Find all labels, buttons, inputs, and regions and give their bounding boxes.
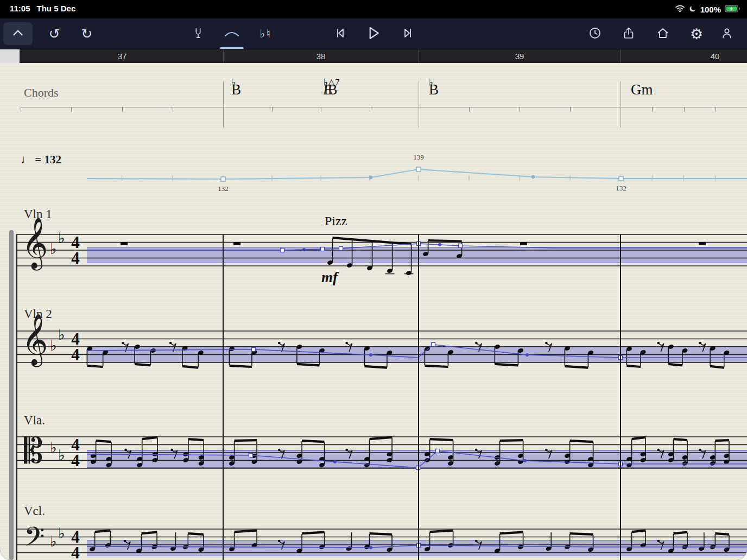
beat-ticks — [122, 175, 716, 181]
ruler-tick — [21, 49, 21, 63]
redo-button[interactable]: ↻ — [75, 22, 99, 46]
battery-percent: 100% — [700, 5, 721, 14]
dynamics-handle[interactable] — [369, 546, 372, 549]
skip-forward-button[interactable] — [396, 22, 420, 46]
status-left: 11:05 Thu 5 Dec — [10, 4, 75, 13]
chord-beat-tick — [272, 107, 273, 112]
dynamic-text[interactable]: mf — [321, 269, 338, 286]
dynamics-handle[interactable] — [459, 244, 463, 248]
measure-number[interactable]: 37 — [106, 52, 138, 61]
score-editor-app: 11:05 Thu 5 Dec 100% ↺ ↻ — [0, 0, 747, 560]
skip-forward-icon — [401, 27, 414, 41]
chord-beat-tick — [21, 107, 21, 112]
tempo-handle[interactable] — [619, 176, 623, 181]
staff-label[interactable]: Vln 1 — [24, 207, 52, 221]
dynamics-handle[interactable] — [249, 454, 253, 457]
measure-ruler[interactable]: 37383940 — [0, 49, 747, 63]
staff-label[interactable]: Vcl. — [24, 504, 45, 518]
measure-number[interactable]: 40 — [699, 52, 731, 61]
tuning-fork-tool-button[interactable] — [186, 22, 210, 46]
undo-button[interactable]: ↺ — [42, 22, 66, 46]
skip-back-button[interactable] — [328, 22, 352, 46]
undo-icon: ↺ — [49, 27, 60, 41]
tempo-handle[interactable] — [221, 177, 225, 181]
person-icon — [720, 27, 733, 41]
chord-beat-tick — [122, 107, 123, 112]
tempo-automation-lane[interactable] — [0, 144, 747, 209]
technique-text[interactable]: Pizz — [325, 214, 347, 228]
status-time: 11:05 — [10, 4, 30, 13]
chord-beat-tick — [716, 107, 716, 112]
chord-measure-line — [621, 81, 621, 128]
settings-button[interactable]: ⚙ — [685, 22, 708, 46]
status-bar: 11:05 Thu 5 Dec 100% — [0, 0, 747, 18]
tempo-handle[interactable] — [369, 176, 372, 179]
dynamics-handle[interactable] — [438, 243, 441, 246]
dynamics-handle[interactable] — [432, 343, 435, 347]
measure-number[interactable]: 39 — [503, 52, 536, 61]
ruler-corner — [0, 49, 20, 63]
chord-beat-tick — [469, 107, 470, 112]
share-icon — [622, 27, 635, 41]
wifi-icon — [675, 4, 685, 14]
measure-number[interactable]: 38 — [305, 52, 337, 61]
clock-icon — [588, 27, 602, 41]
dynamics-handle[interactable] — [281, 249, 284, 252]
system-bracket — [9, 230, 14, 560]
chord-beat-tick — [321, 107, 321, 112]
tuning-fork-icon — [192, 27, 204, 41]
redo-icon: ↻ — [81, 27, 93, 41]
slur-tool-button[interactable] — [220, 22, 244, 46]
tempo-value-label: 139 — [410, 153, 427, 162]
ruler-tick — [621, 49, 621, 63]
dynamics-handle[interactable] — [436, 449, 440, 453]
home-button[interactable] — [651, 22, 675, 46]
dynamics-curve[interactable] — [0, 233, 747, 276]
barline — [223, 234, 224, 560]
tempo-handle[interactable] — [531, 175, 535, 179]
skip-back-icon — [334, 27, 347, 41]
account-button[interactable] — [715, 22, 739, 46]
chord-symbol-part: Gm — [631, 81, 653, 98]
chord-measure-line — [223, 81, 224, 128]
dynamics-handle[interactable] — [333, 460, 337, 463]
play-button[interactable] — [362, 22, 385, 46]
system-start-line — [16, 234, 17, 560]
chord-beat-tick — [570, 107, 571, 112]
chords-track-label[interactable]: Chords — [24, 86, 59, 100]
dynamics-handle[interactable] — [339, 247, 343, 251]
dynamics-curve[interactable] — [0, 332, 747, 376]
dynamics-handle[interactable] — [252, 348, 256, 352]
staff-label[interactable]: Vln 2 — [24, 307, 52, 321]
flat-natural-icon: ♭♮ — [259, 28, 271, 40]
share-button[interactable] — [617, 22, 641, 46]
tempo-value-label: 132 — [613, 184, 629, 193]
collapse-toolbar-button[interactable] — [3, 22, 33, 45]
ruler-tick — [223, 49, 224, 63]
chord-symbol-part: ♭ — [231, 77, 236, 88]
status-right: 100% — [675, 4, 740, 15]
dynamics-curve[interactable] — [0, 437, 747, 480]
chord-beat-tick — [652, 107, 653, 112]
dynamics-curve[interactable] — [0, 526, 747, 560]
chord-grid-line — [21, 107, 747, 107]
history-button[interactable] — [583, 22, 607, 46]
chord-beat-tick — [71, 107, 72, 112]
accidentals-tool-button[interactable]: ♭♮ — [254, 22, 277, 46]
score-canvas[interactable]: Chords ♩ = 132 B♭E♭△7/B♭B♭Gm132139132𝄞♭♭… — [0, 63, 747, 560]
tempo-value-label: 132 — [215, 184, 231, 193]
dynamics-handle[interactable] — [369, 353, 372, 357]
focus-moon-icon — [689, 5, 697, 14]
play-icon — [365, 25, 382, 43]
dynamics-handle[interactable] — [523, 459, 527, 462]
staff-label[interactable]: Vla. — [24, 413, 45, 428]
chord-beat-tick — [684, 107, 685, 112]
tempo-handle[interactable] — [416, 167, 421, 171]
toolbar: ↺ ↻ ♭♮ ⚙ — [0, 18, 747, 49]
dynamics-handle[interactable] — [526, 353, 529, 357]
chevron-up-icon — [11, 26, 25, 42]
barline — [620, 234, 621, 560]
dynamics-handle[interactable] — [321, 247, 325, 251]
dynamics-handle[interactable] — [302, 248, 306, 251]
barline — [418, 234, 419, 560]
